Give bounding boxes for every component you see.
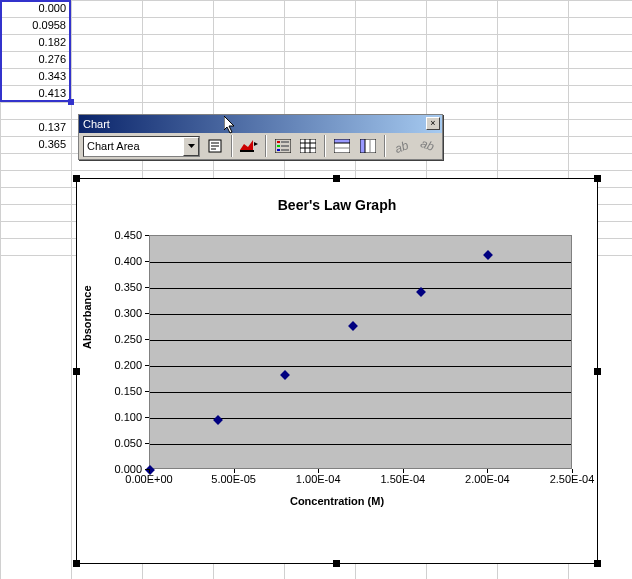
svg-rect-2 bbox=[211, 142, 219, 144]
selection-handle[interactable] bbox=[594, 368, 601, 375]
y-tick-mark bbox=[145, 339, 149, 340]
data-point[interactable] bbox=[280, 370, 290, 380]
svg-rect-10 bbox=[281, 141, 289, 143]
y-tick-label: 0.200 bbox=[92, 359, 142, 371]
data-point[interactable] bbox=[213, 415, 223, 425]
cell-a6[interactable]: 0.413 bbox=[0, 85, 70, 102]
format-icon bbox=[207, 138, 223, 154]
y-tick-label: 0.400 bbox=[92, 255, 142, 267]
chart-toolbar[interactable]: Chart × Chart Area bbox=[78, 114, 443, 160]
y-tick-mark bbox=[145, 443, 149, 444]
svg-marker-6 bbox=[240, 140, 253, 150]
chart-objects-combo[interactable]: Chart Area bbox=[83, 136, 200, 157]
svg-rect-4 bbox=[211, 148, 216, 150]
cell-a8[interactable]: 0.137 bbox=[0, 119, 70, 136]
x-tick-label: 1.00E-04 bbox=[296, 473, 341, 485]
x-tick-mark bbox=[487, 469, 488, 473]
selection-handle[interactable] bbox=[73, 175, 80, 182]
selection-handle[interactable] bbox=[594, 175, 601, 182]
toolbar-separator bbox=[384, 135, 386, 157]
cell-a5[interactable]: 0.343 bbox=[0, 68, 70, 85]
data-point[interactable] bbox=[483, 250, 493, 260]
svg-marker-7 bbox=[254, 142, 258, 146]
svg-marker-0 bbox=[188, 144, 195, 148]
x-tick-mark bbox=[572, 469, 573, 473]
legend-button[interactable] bbox=[272, 135, 294, 157]
y-tick-mark bbox=[145, 417, 149, 418]
legend-icon bbox=[275, 139, 291, 153]
x-axis-title[interactable]: Concentration (M) bbox=[77, 495, 597, 507]
x-tick-mark bbox=[234, 469, 235, 473]
x-tick-label: 2.00E-04 bbox=[465, 473, 510, 485]
x-tick-label: 2.50E-04 bbox=[550, 473, 595, 485]
y-tick-mark bbox=[145, 261, 149, 262]
toolbar-separator bbox=[324, 135, 326, 157]
gridline bbox=[150, 314, 571, 315]
gridline bbox=[150, 392, 571, 393]
cell-a2[interactable]: 0.0958 bbox=[0, 17, 70, 34]
angle-ccw-icon: ab bbox=[394, 139, 410, 153]
y-tick-label: 0.100 bbox=[92, 411, 142, 423]
svg-text:ab: ab bbox=[419, 139, 435, 153]
chart-title[interactable]: Beer's Law Graph bbox=[77, 197, 597, 213]
cell-a4[interactable]: 0.276 bbox=[0, 51, 70, 68]
chevron-down-icon bbox=[188, 144, 195, 148]
data-table-button[interactable] bbox=[297, 135, 319, 157]
gridline bbox=[150, 340, 571, 341]
data-point[interactable] bbox=[348, 322, 358, 332]
by-column-icon bbox=[360, 139, 376, 153]
chart-type-button[interactable] bbox=[238, 135, 260, 157]
y-tick-label: 0.250 bbox=[92, 333, 142, 345]
selection-handle[interactable] bbox=[73, 368, 80, 375]
data-table-icon bbox=[300, 139, 316, 153]
by-column-button[interactable] bbox=[356, 135, 378, 157]
selection-handle[interactable] bbox=[333, 175, 340, 182]
y-tick-mark bbox=[145, 287, 149, 288]
x-tick-mark bbox=[149, 469, 150, 473]
angle-ccw-button[interactable]: ab bbox=[391, 135, 413, 157]
svg-rect-11 bbox=[277, 145, 280, 147]
toolbar-separator bbox=[231, 135, 233, 157]
svg-rect-12 bbox=[281, 145, 289, 147]
close-icon: × bbox=[430, 118, 435, 128]
cell-a9[interactable]: 0.365 bbox=[0, 136, 70, 153]
chart-type-icon bbox=[240, 138, 258, 154]
y-tick-mark bbox=[145, 313, 149, 314]
embedded-chart[interactable]: Beer's Law Graph Absorbance Concentratio… bbox=[76, 178, 598, 564]
svg-text:ab: ab bbox=[394, 139, 410, 153]
toolbar-separator bbox=[265, 135, 267, 157]
svg-rect-14 bbox=[281, 149, 289, 151]
selection-handle[interactable] bbox=[73, 560, 80, 567]
toolbar-row: Chart Area bbox=[79, 133, 442, 159]
y-tick-label: 0.150 bbox=[92, 385, 142, 397]
by-row-button[interactable] bbox=[331, 135, 353, 157]
y-tick-label: 0.450 bbox=[92, 229, 142, 241]
format-object-button[interactable] bbox=[203, 135, 225, 157]
y-tick-mark bbox=[145, 365, 149, 366]
svg-rect-3 bbox=[211, 145, 219, 147]
x-tick-label: 1.50E-04 bbox=[380, 473, 425, 485]
svg-rect-9 bbox=[277, 141, 280, 143]
angle-cw-button[interactable]: ab bbox=[416, 135, 438, 157]
by-row-icon bbox=[334, 139, 350, 153]
selection-handle[interactable] bbox=[594, 560, 601, 567]
x-tick-mark bbox=[318, 469, 319, 473]
svg-rect-21 bbox=[334, 139, 350, 143]
gridline bbox=[150, 288, 571, 289]
gridline bbox=[150, 366, 571, 367]
svg-rect-24 bbox=[360, 139, 365, 153]
y-tick-label: 0.300 bbox=[92, 307, 142, 319]
y-tick-mark bbox=[145, 235, 149, 236]
toolbar-title-text: Chart bbox=[83, 118, 110, 130]
combo-dropdown-button[interactable] bbox=[183, 137, 199, 156]
toolbar-titlebar[interactable]: Chart × bbox=[79, 115, 442, 133]
plot-area[interactable] bbox=[149, 235, 572, 469]
cell-a1[interactable]: 0.000 bbox=[0, 0, 70, 17]
cell-a3[interactable]: 0.182 bbox=[0, 34, 70, 51]
gridline bbox=[150, 262, 571, 263]
toolbar-close-button[interactable]: × bbox=[426, 117, 440, 130]
selection-handle[interactable] bbox=[333, 560, 340, 567]
x-tick-mark bbox=[403, 469, 404, 473]
x-tick-label: 0.00E+00 bbox=[125, 473, 172, 485]
svg-rect-15 bbox=[300, 139, 316, 153]
